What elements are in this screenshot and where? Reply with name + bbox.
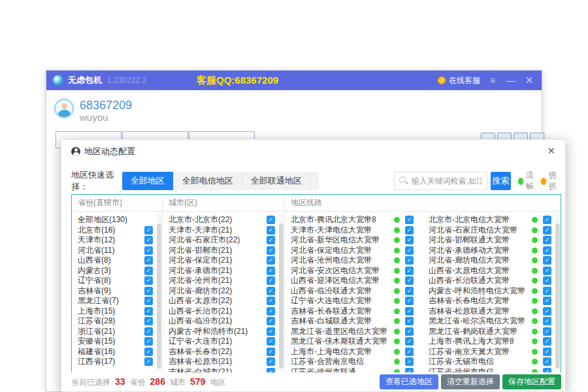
province-row[interactable]: 江苏省(28)✓ [72, 316, 162, 327]
province-row[interactable]: 内蒙古(3)✓ [72, 266, 162, 276]
city-row[interactable]: 山西省-长治市(21)✓ [163, 306, 284, 317]
city-checkbox[interactable]: ✓ [267, 368, 275, 372]
line-checkbox[interactable]: ✓ [543, 307, 551, 316]
province-checkbox[interactable]: ✓ [144, 236, 153, 244]
line-checkbox[interactable]: ✓ [543, 327, 551, 336]
line-checkbox[interactable]: ✓ [405, 337, 414, 346]
province-row[interactable]: 福建省(16)✓ [72, 347, 162, 357]
line-row[interactable]: 河北省-承德移动大宽带✓ [423, 246, 561, 256]
city-row[interactable]: 河北省-石家庄市(22)✓ [163, 235, 284, 246]
city-row[interactable]: 吉林省-长春市(22)✓ [163, 347, 284, 357]
line-checkbox[interactable]: ✓ [543, 216, 551, 224]
line-checkbox[interactable]: ✓ [543, 267, 551, 275]
online-service-button[interactable]: 在线客服 [438, 75, 480, 86]
line-row[interactable]: 黑龙江省-哈尔滨电信大宽带✓ [423, 316, 561, 327]
city-row[interactable]: 河北省-保定市(21)✓ [163, 255, 284, 266]
line-checkbox[interactable]: ✓ [405, 267, 414, 275]
line-checkbox[interactable]: ✓ [543, 287, 551, 295]
province-row[interactable]: 黑龙江省(7)✓ [72, 296, 162, 306]
menu-icon[interactable]: ≡ [487, 75, 498, 86]
province-checkbox[interactable]: ✓ [144, 297, 153, 305]
line-checkbox[interactable]: ✓ [405, 368, 414, 372]
line-checkbox[interactable]: ✓ [543, 236, 551, 244]
province-checkbox[interactable]: ✓ [144, 276, 153, 285]
province-row[interactable]: 北京市(16)✓ [72, 225, 162, 236]
city-row[interactable]: 北京市-北京市(22)✓ [163, 215, 284, 225]
line-row[interactable]: 江苏省-徐州市电信✓ [423, 367, 561, 373]
province-scrollbar[interactable] [157, 213, 161, 371]
line-row[interactable]: 河北省-保定电信大宽带✓ [285, 246, 423, 256]
search-input[interactable] [394, 172, 487, 190]
line-row[interactable]: 江苏省-合营南京电信✓ [285, 357, 423, 367]
line-row[interactable]: 天津市-天津电信大宽带✓ [285, 225, 423, 236]
province-row[interactable]: 安徽省(15)✓ [72, 336, 162, 347]
city-checkbox[interactable]: ✓ [267, 348, 275, 356]
line-checkbox[interactable]: ✓ [405, 287, 414, 295]
province-row[interactable]: 河北省(11)✓ [72, 246, 162, 256]
province-row[interactable]: 全部地区(130) [72, 215, 162, 225]
city-row[interactable]: 河北省-沧州市(21)✓ [163, 276, 284, 286]
province-checkbox[interactable]: ✓ [144, 256, 153, 265]
line-checkbox[interactable]: ✓ [405, 297, 414, 305]
province-row[interactable]: 上海市(15)✓ [72, 306, 162, 317]
quick-select-option-1[interactable]: 全部电信地区 [174, 172, 242, 190]
line-row[interactable]: 吉林省-松原联通大宽带✓ [423, 306, 561, 317]
line-checkbox[interactable]: ✓ [405, 236, 414, 244]
province-checkbox[interactable]: ✓ [144, 267, 153, 275]
line-row[interactable]: 黑龙江省-道里区电信大宽带✓ [285, 327, 423, 337]
search-button[interactable]: 搜索 [491, 172, 511, 190]
line-checkbox[interactable]: ✓ [405, 357, 414, 366]
quick-select-option-2[interactable]: 全部联通地区 [242, 172, 311, 190]
city-checkbox[interactable]: ✓ [267, 276, 275, 285]
line-checkbox[interactable]: ✓ [405, 307, 414, 316]
line-row[interactable]: 北京市-北京电信大宽带✓ [423, 215, 561, 225]
line-row[interactable]: 河北省-石家庄电信大宽带✓ [423, 225, 561, 236]
province-checkbox[interactable]: ✓ [144, 337, 153, 346]
footer-button-2[interactable]: 保存地区配置 [502, 374, 561, 389]
city-row[interactable]: 河北省-廊坊市(22)✓ [163, 286, 284, 297]
city-row[interactable]: 河北省-承德市(21)✓ [163, 266, 284, 276]
province-row[interactable]: 吉林省(9)✓ [72, 286, 162, 297]
province-checkbox[interactable]: ✓ [144, 327, 153, 336]
line-row[interactable]: 河北省-廊坊电信大宽带✓ [423, 255, 561, 266]
line-row[interactable]: 内蒙古-呼和浩特电信大宽带✓ [423, 286, 561, 297]
footer-button-1[interactable]: 清空重新选择 [441, 374, 500, 389]
line-row[interactable]: 江苏省-徐州市联通✓ [285, 367, 423, 373]
province-checkbox[interactable]: ✓ [144, 307, 153, 316]
city-checkbox[interactable]: ✓ [267, 287, 275, 295]
line-row[interactable]: 吉林省-长春电信大宽带✓ [423, 296, 561, 306]
line-row[interactable]: 吉林省-白城联通大宽带✓ [285, 316, 423, 327]
line-row[interactable]: 山西省-临汾联通大宽带✓ [285, 286, 423, 297]
line-row[interactable]: 辽宁省-大连电信大宽带✓ [285, 296, 423, 306]
line-checkbox[interactable]: ✓ [405, 256, 414, 265]
line-row[interactable]: 黑龙江省-佳木斯联通大宽带✓ [285, 336, 423, 347]
city-checkbox[interactable]: ✓ [267, 246, 275, 255]
province-row[interactable]: 辽宁省(8)✓ [72, 276, 162, 286]
line-row[interactable]: 上海市-上海电信大宽带✓ [285, 347, 423, 357]
city-row[interactable]: 吉林省-松原市(21)✓ [163, 357, 284, 367]
province-checkbox[interactable]: ✓ [144, 357, 153, 366]
province-checkbox[interactable]: ✓ [144, 226, 153, 235]
line-checkbox[interactable]: ✓ [543, 226, 551, 235]
province-row[interactable]: 天津市(12)✓ [72, 235, 162, 246]
province-row[interactable]: 浙江省(21)✓ [72, 327, 162, 337]
city-row[interactable]: 山西省-太原市(22)✓ [163, 296, 284, 306]
province-checkbox[interactable]: ✓ [144, 246, 153, 255]
line-row[interactable]: 河北省-新华区电信大宽带✓ [285, 235, 423, 246]
footer-button-0[interactable]: 查看已选地区 [380, 374, 438, 389]
line-checkbox[interactable]: ✓ [405, 216, 414, 224]
line-row[interactable]: 河北省-安次区电信大宽带✓ [285, 266, 423, 276]
line-row[interactable]: 吉林省-长春联通大宽带✓ [285, 306, 423, 317]
line-row[interactable]: 河北省-邯郸联通大宽带✓ [423, 235, 561, 246]
city-row[interactable]: 辽宁省-大连市(21)✓ [163, 336, 284, 347]
city-checkbox[interactable]: ✓ [267, 317, 275, 325]
city-checkbox[interactable]: ✓ [267, 236, 275, 244]
line-checkbox[interactable]: ✓ [405, 327, 414, 336]
line-checkbox[interactable]: ✓ [405, 317, 414, 325]
city-checkbox[interactable]: ✓ [267, 307, 275, 316]
quick-select-option-0[interactable]: 全部地区 [122, 172, 174, 190]
line-checkbox[interactable]: ✓ [543, 246, 551, 255]
line-row[interactable]: 江苏省-南京天翼大宽带✓ [423, 347, 561, 357]
line-checkbox[interactable]: ✓ [405, 276, 414, 285]
line-checkbox[interactable]: ✓ [543, 276, 551, 285]
